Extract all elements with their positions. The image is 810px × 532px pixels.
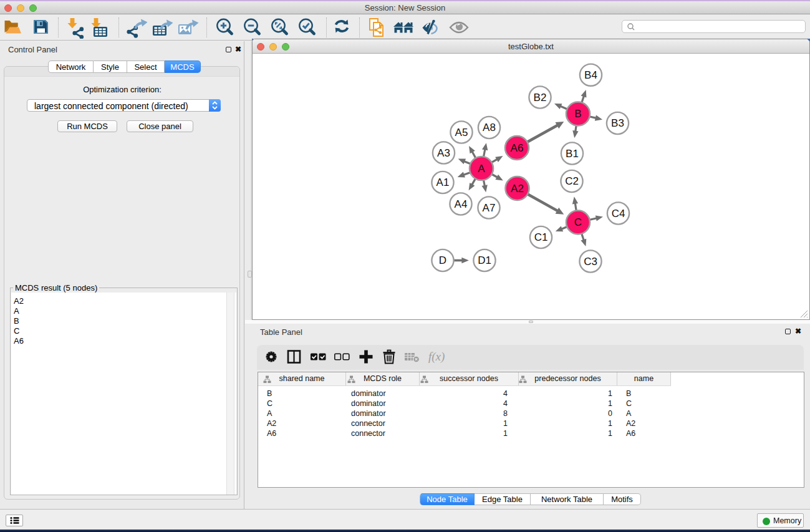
svg-text:B: B — [574, 108, 581, 120]
svg-text:C1: C1 — [534, 231, 548, 243]
svg-text:A6: A6 — [511, 142, 524, 154]
svg-text:C4: C4 — [612, 208, 625, 220]
svg-text:D1: D1 — [478, 254, 491, 266]
svg-text:B2: B2 — [534, 92, 547, 104]
svg-text:A2: A2 — [511, 183, 524, 195]
svg-text:C: C — [574, 216, 582, 228]
svg-text:A3: A3 — [437, 147, 450, 159]
svg-text:C3: C3 — [584, 256, 597, 268]
svg-text:A7: A7 — [483, 202, 496, 214]
svg-text:D: D — [439, 254, 446, 266]
svg-text:A8: A8 — [483, 122, 496, 133]
svg-text:A1: A1 — [436, 177, 450, 188]
svg-text:B1: B1 — [566, 148, 579, 160]
svg-text:B4: B4 — [584, 69, 597, 81]
svg-text:A: A — [478, 163, 485, 175]
svg-text:B3: B3 — [611, 117, 624, 129]
svg-text:A4: A4 — [455, 198, 468, 210]
svg-text:A5: A5 — [455, 127, 468, 138]
svg-text:C2: C2 — [565, 175, 579, 187]
